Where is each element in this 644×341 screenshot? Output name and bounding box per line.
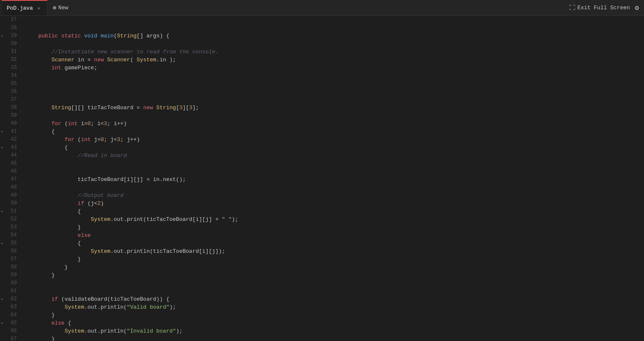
code-line: else [25, 231, 644, 239]
code-line [25, 184, 644, 191]
code-line [25, 88, 644, 96]
line-number: 50 [0, 199, 22, 207]
gear-icon[interactable]: ⚙ [635, 4, 639, 12]
line-number: 44 [0, 152, 22, 160]
line-number: 51 [0, 207, 22, 215]
line-number: 38 [0, 104, 22, 112]
code-line: { [25, 144, 644, 152]
code-editor: 2728293031323334353637383940414243444546… [0, 16, 644, 341]
code-line: System.out.print(ticTacToeBoard[i][j] + … [25, 215, 644, 223]
code-line: System.out.println(ticTacToeBoard[i][j])… [25, 247, 644, 255]
line-number: 47 [0, 176, 22, 184]
line-number: 42 [0, 136, 22, 144]
code-line: } [25, 263, 644, 271]
code-line [25, 16, 644, 24]
line-number: 37 [0, 96, 22, 104]
tab-new[interactable]: ⊕ New [47, 0, 73, 16]
line-number: 63 [0, 303, 22, 311]
code-content[interactable]: public static void main(String[] args) {… [22, 16, 644, 341]
code-line [25, 287, 644, 295]
line-number: 32 [0, 56, 22, 64]
code-line: { [25, 239, 644, 247]
code-line: } [25, 271, 644, 279]
code-line: ticTacToeBoard[i][j] = in.next(); [25, 176, 644, 184]
code-line [25, 168, 644, 176]
line-number: 59 [0, 271, 22, 279]
line-number: 41 [0, 128, 22, 136]
code-line: { [25, 207, 644, 215]
code-line: Scanner in = new Scanner( System.in ); [25, 56, 644, 64]
line-number: 43 [0, 144, 22, 152]
code-line: //Instantiate new scanner to read from t… [25, 48, 644, 56]
fullscreen-icon: ⛶ [569, 5, 575, 11]
line-number: 28 [0, 24, 22, 32]
tab-bar: PoD.java ✕ ⊕ New ⛶ Exit Full Screen ⚙ [0, 0, 644, 16]
line-number: 31 [0, 48, 22, 56]
line-number: 54 [0, 231, 22, 239]
code-line [25, 72, 644, 80]
line-number: 67 [0, 335, 22, 341]
line-number: 45 [0, 160, 22, 168]
line-number: 36 [0, 88, 22, 96]
exit-fullscreen-label: Exit Full Screen [578, 5, 630, 11]
line-number: 27 [0, 16, 22, 24]
code-line [25, 279, 644, 287]
code-line: if (validateBoard(ticTacToeBoard)) { [25, 295, 644, 303]
code-line [25, 80, 644, 88]
code-line: for (int i=0; i<3; i++) [25, 120, 644, 128]
line-number: 34 [0, 72, 22, 80]
line-number: 65 [0, 319, 22, 327]
tab-bar-right: ⛶ Exit Full Screen ⚙ [569, 4, 642, 12]
line-number: 62 [0, 295, 22, 303]
exit-fullscreen-button[interactable]: ⛶ Exit Full Screen [569, 5, 630, 11]
code-line: //Output board [25, 191, 644, 199]
line-number: 58 [0, 263, 22, 271]
code-line [25, 96, 644, 104]
code-line [25, 112, 644, 120]
code-line: if (j<2) [25, 199, 644, 207]
line-number: 40 [0, 120, 22, 128]
plus-icon: ⊕ [53, 4, 56, 11]
line-number: 52 [0, 215, 22, 223]
line-number: 56 [0, 247, 22, 255]
tab-pod-java-label: PoD.java [7, 5, 33, 11]
line-number: 29 [0, 32, 22, 40]
code-line: } [25, 255, 644, 263]
line-number: 46 [0, 168, 22, 176]
code-line [25, 24, 644, 32]
line-number: 61 [0, 287, 22, 295]
code-line: } [25, 335, 644, 341]
line-number: 55 [0, 239, 22, 247]
tab-new-label: New [58, 5, 68, 11]
line-number: 39 [0, 112, 22, 120]
code-line: System.out.println("Valid board"); [25, 303, 644, 311]
code-line: } [25, 223, 644, 231]
tab-pod-java-close[interactable]: ✕ [35, 5, 42, 12]
code-line: { [25, 128, 644, 136]
line-number: 53 [0, 223, 22, 231]
code-line: for (int j=0; j<3; j++) [25, 136, 644, 144]
tab-bar-left: PoD.java ✕ ⊕ New [2, 0, 73, 16]
code-line [25, 160, 644, 168]
line-numbers: 2728293031323334353637383940414243444546… [0, 16, 22, 341]
code-line: else { [25, 319, 644, 327]
line-number: 64 [0, 311, 22, 319]
code-line [25, 40, 644, 48]
line-number: 57 [0, 255, 22, 263]
tab-pod-java[interactable]: PoD.java ✕ [2, 0, 47, 16]
code-line: public static void main(String[] args) { [25, 32, 644, 40]
line-number: 66 [0, 327, 22, 335]
code-line: String[][] ticTacToeBoard = new String[3… [25, 104, 644, 112]
code-line: //Read in board [25, 152, 644, 160]
line-number: 48 [0, 184, 22, 191]
line-number: 30 [0, 40, 22, 48]
code-line: } [25, 311, 644, 319]
line-number: 49 [0, 191, 22, 199]
code-line: int gamePiece; [25, 64, 644, 72]
line-number: 60 [0, 279, 22, 287]
code-line: System.out.println("Invalid board"); [25, 327, 644, 335]
line-number: 33 [0, 64, 22, 72]
line-number: 35 [0, 80, 22, 88]
